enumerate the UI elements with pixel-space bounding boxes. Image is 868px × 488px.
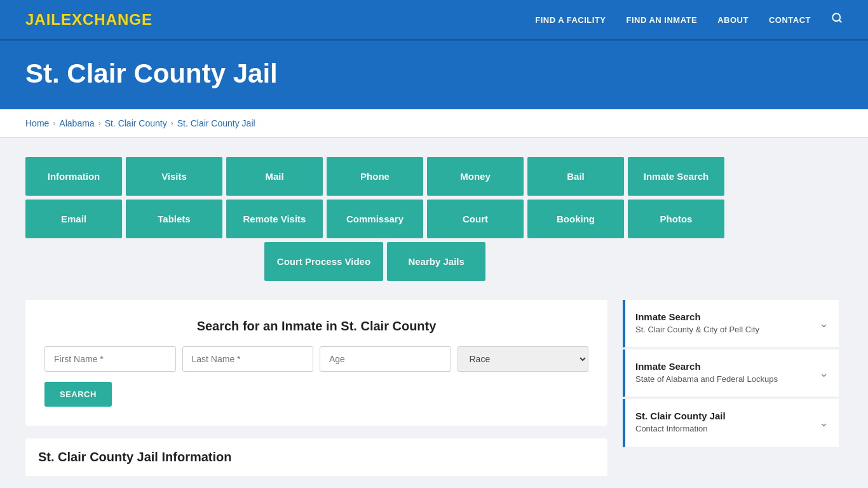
nav-find-facility[interactable]: FIND A FACILITY [535,15,606,25]
breadcrumb-st-clair-county[interactable]: St. Clair County [105,118,167,128]
btn-photos[interactable]: Photos [628,200,724,238]
breadcrumb: Home › Alabama › St. Clair County › St. … [0,109,868,138]
sidebar-item-1[interactable]: Inmate Search St. Clair County & City of… [623,300,839,348]
first-name-input[interactable] [44,346,176,372]
navbar: JAILEXCHANGE FIND A FACILITY FIND AN INM… [0,0,868,41]
btn-commissary[interactable]: Commissary [327,200,423,238]
btn-email[interactable]: Email [25,200,122,238]
btn-mail[interactable]: Mail [226,157,323,196]
btn-information[interactable]: Information [25,157,122,196]
last-name-input[interactable] [182,346,314,372]
race-select[interactable]: Race White Black Hispanic Asian Other [458,346,589,372]
nav-contact[interactable]: CONTACT [769,15,811,25]
inmate-search-box: Search for an Inmate in St. Clair County… [25,300,607,426]
search-button[interactable]: SEARCH [44,382,112,407]
btn-remote-visits[interactable]: Remote Visits [226,200,323,238]
sidebar-item-2-sub: State of Alabama and Federal Lockups [635,374,813,385]
sidebar-item-2-title: Inmate Search [635,361,813,372]
grid-row-3: Court Process Video Nearby Jails [25,242,724,281]
search-title: Search for an Inmate in St. Clair County [44,319,588,334]
breadcrumb-alabama[interactable]: Alabama [59,118,94,128]
grid-row-1: Information Visits Mail Phone Money Bail… [25,157,724,196]
chevron-down-icon-2: ⌄ [819,366,829,380]
btn-money[interactable]: Money [427,157,524,196]
chevron-down-icon-3: ⌄ [819,416,829,430]
svg-line-1 [839,20,841,22]
btn-booking[interactable]: Booking [527,200,624,238]
btn-visits[interactable]: Visits [126,157,222,196]
breadcrumb-jail[interactable]: St. Clair County Jail [177,118,255,128]
sidebar-item-3-content: St. Clair County Jail Contact Informatio… [635,410,813,435]
btn-tablets[interactable]: Tablets [126,200,222,238]
breadcrumb-sep-2: › [98,119,101,128]
sidebar-item-1-sub: St. Clair County & City of Pell City [635,324,813,336]
age-input[interactable] [320,346,451,372]
hero-section: St. Clair County Jail [0,41,868,109]
chevron-down-icon-1: ⌄ [819,316,829,330]
main-content: Information Visits Mail Phone Money Bail… [0,138,868,488]
sidebar-item-3-title: St. Clair County Jail [635,410,813,421]
btn-phone[interactable]: Phone [327,157,423,196]
btn-nearby-jails[interactable]: Nearby Jails [387,242,485,281]
logo-jail: JAIL [25,11,61,28]
logo-exchange: EXCHANGE [61,11,153,28]
sidebar-item-2[interactable]: Inmate Search State of Alabama and Feder… [623,349,839,397]
breadcrumb-sep-1: › [53,119,55,128]
search-form-row: Race White Black Hispanic Asian Other [44,346,588,372]
search-icon[interactable] [831,13,843,26]
btn-inmate-search[interactable]: Inmate Search [628,157,724,196]
info-section: St. Clair County Jail Information [25,438,607,476]
sidebar: Inmate Search St. Clair County & City of… [623,300,839,476]
sidebar-item-2-content: Inmate Search State of Alabama and Feder… [635,361,813,385]
lower-section: Search for an Inmate in St. Clair County… [25,300,839,476]
sidebar-item-3-sub: Contact Information [635,423,813,435]
btn-court[interactable]: Court [427,200,524,238]
page-title: St. Clair County Jail [25,58,843,89]
btn-court-process-video[interactable]: Court Process Video [264,242,383,281]
nav-find-inmate[interactable]: FIND AN INMATE [626,15,697,25]
btn-bail[interactable]: Bail [527,157,624,196]
info-title-text: St. Clair County Jail Information [38,450,595,464]
grid-row-2: Email Tablets Remote Visits Commissary C… [25,200,724,238]
site-logo[interactable]: JAILEXCHANGE [25,11,153,29]
sidebar-item-1-title: Inmate Search [635,311,813,322]
nav-links: FIND A FACILITY FIND AN INMATE ABOUT CON… [535,12,843,27]
breadcrumb-sep-3: › [171,119,173,128]
sidebar-item-1-content: Inmate Search St. Clair County & City of… [635,311,813,336]
sidebar-item-3[interactable]: St. Clair County Jail Contact Informatio… [623,399,839,447]
nav-about[interactable]: ABOUT [717,15,749,25]
breadcrumb-home[interactable]: Home [25,118,49,128]
